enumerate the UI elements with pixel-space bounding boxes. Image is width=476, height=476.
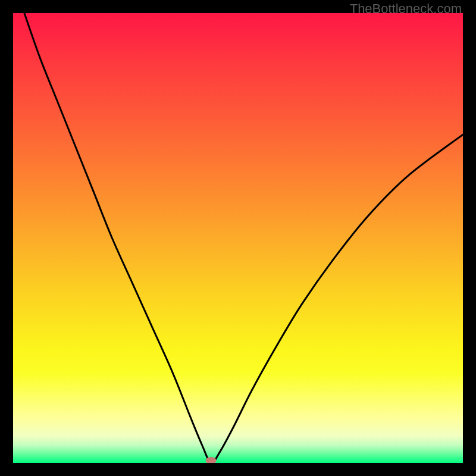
plot-area xyxy=(13,13,463,463)
bottleneck-chart xyxy=(13,13,463,463)
chart-container: TheBottleneck.com xyxy=(0,0,476,476)
gradient-background xyxy=(13,13,463,463)
